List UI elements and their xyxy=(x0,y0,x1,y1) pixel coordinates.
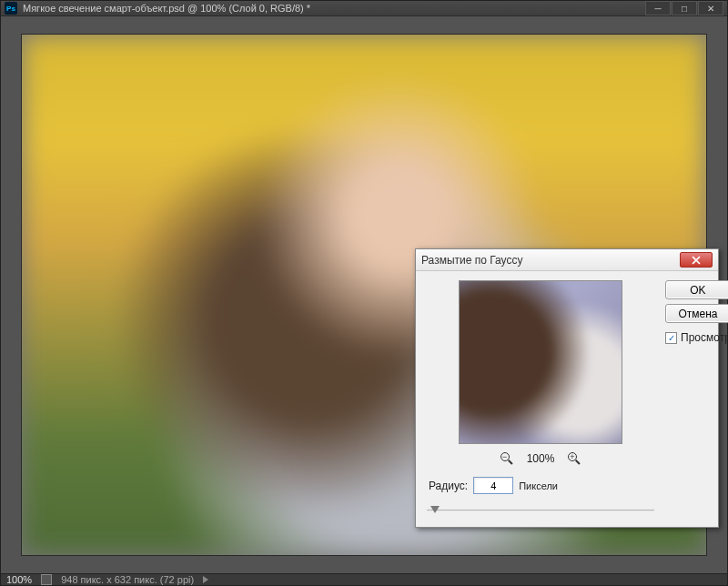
dialog-left-panel: − 100% + Радиус: Пиксели xyxy=(425,280,656,518)
dialog-title: Размытие по Гауссу xyxy=(421,254,680,267)
zoom-out-icon[interactable]: − xyxy=(500,451,514,466)
app-titlebar: Ps Мягкое свечение смарт-объект.psd @ 10… xyxy=(1,1,727,16)
radius-label: Радиус: xyxy=(429,480,468,492)
preview-zoom-controls: − 100% + xyxy=(500,451,582,466)
zoom-in-icon[interactable]: + xyxy=(567,451,581,466)
status-bar: 100% 948 пикс. x 632 пикс. (72 ppi) xyxy=(1,573,727,585)
preview-image xyxy=(459,280,622,444)
radius-slider[interactable] xyxy=(425,503,656,518)
slider-track xyxy=(427,510,654,511)
photoshop-icon: Ps xyxy=(5,2,17,15)
document-title: Мягкое свечение смарт-объект.psd @ 100% … xyxy=(23,3,645,14)
radius-row: Радиус: Пиксели xyxy=(425,477,656,494)
dialog-body: − 100% + Радиус: Пиксели OK Отмена ✓ xyxy=(416,271,718,527)
preview-checkbox[interactable]: ✓ xyxy=(665,332,677,344)
ok-button[interactable]: OK xyxy=(665,280,728,299)
dialog-titlebar[interactable]: Размытие по Гауссу xyxy=(416,249,718,271)
filter-preview[interactable] xyxy=(459,280,622,444)
zoom-level[interactable]: 100% xyxy=(6,574,32,585)
minimize-button[interactable]: ─ xyxy=(645,1,671,15)
disclosure-icon[interactable] xyxy=(203,576,208,583)
preview-checkbox-row[interactable]: ✓ Просмотр xyxy=(665,331,728,344)
doc-info-icon[interactable] xyxy=(41,574,52,585)
maximize-button[interactable]: □ xyxy=(672,1,697,15)
gaussian-blur-dialog: Размытие по Гауссу − 100% + Радиус: xyxy=(415,248,719,528)
window-controls: ─ □ ✕ xyxy=(645,1,723,15)
slider-thumb[interactable] xyxy=(430,506,440,513)
doc-dimensions: 948 пикс. x 632 пикс. (72 ppi) xyxy=(61,574,194,585)
dialog-right-panel: OK Отмена ✓ Просмотр xyxy=(665,280,728,518)
radius-unit: Пиксели xyxy=(519,480,558,491)
dialog-close-button[interactable] xyxy=(680,252,713,268)
cancel-button[interactable]: Отмена xyxy=(665,304,728,323)
preview-checkbox-label: Просмотр xyxy=(681,331,728,344)
preview-zoom-label: 100% xyxy=(527,452,555,465)
close-icon xyxy=(691,256,702,265)
close-window-button[interactable]: ✕ xyxy=(698,1,723,15)
radius-input[interactable] xyxy=(473,477,513,494)
